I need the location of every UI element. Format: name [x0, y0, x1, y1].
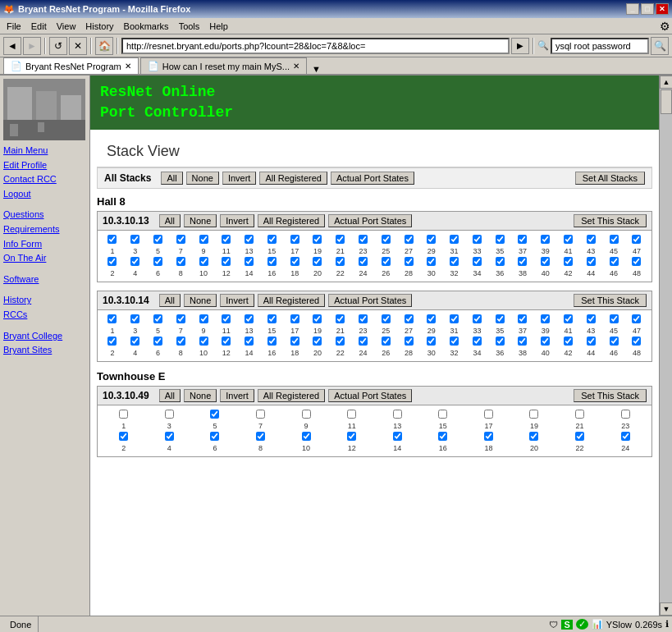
port-checkbox-38[interactable] — [518, 257, 527, 266]
port-checkbox-26[interactable] — [382, 257, 391, 266]
port-checkbox-44[interactable] — [587, 257, 596, 266]
port-checkbox-46[interactable] — [610, 257, 619, 266]
scroll-thumb[interactable] — [661, 89, 672, 114]
stack-49-invert-button[interactable]: Invert — [220, 389, 254, 402]
sidebar-link-on-the-air[interactable]: On The Air — [3, 251, 86, 266]
port-checkbox-14[interactable] — [393, 432, 402, 441]
stack-14-set-button[interactable]: Set This Stack — [574, 294, 647, 307]
check-icon[interactable]: ✓ — [576, 619, 588, 630]
sidebar-link-edit-profile[interactable]: Edit Profile — [3, 158, 86, 173]
port-checkbox-36[interactable] — [496, 257, 505, 266]
port-checkbox-15[interactable] — [267, 235, 277, 244]
close-button[interactable]: ✕ — [656, 3, 669, 15]
adblock-icon[interactable]: 🛡 — [549, 620, 558, 630]
home-button[interactable]: 🏠 — [95, 37, 113, 55]
port-checkbox-9[interactable] — [199, 314, 208, 323]
port-checkbox-20[interactable] — [313, 337, 322, 346]
port-checkbox-39[interactable] — [541, 235, 550, 244]
port-checkbox-25[interactable] — [382, 314, 391, 323]
port-checkbox-8[interactable] — [176, 257, 185, 266]
port-checkbox-48[interactable] — [632, 337, 641, 346]
stack-14-none-button[interactable]: None — [184, 294, 217, 307]
port-checkbox-22[interactable] — [336, 257, 345, 266]
stack-49-all-button[interactable]: All — [159, 389, 181, 402]
port-checkbox-29[interactable] — [427, 235, 436, 244]
all-stacks-actual-button[interactable]: Actual Port States — [331, 172, 414, 185]
stack-13-actual-button[interactable]: Actual Port States — [328, 214, 412, 227]
sidebar-link-questions[interactable]: Questions — [3, 208, 86, 222]
stack-14-all-button[interactable]: All — [159, 294, 181, 307]
port-checkbox-1[interactable] — [107, 314, 117, 323]
stack-13-set-button[interactable]: Set This Stack — [574, 214, 647, 227]
port-checkbox-13[interactable] — [245, 235, 254, 244]
all-stacks-all-button[interactable]: All — [161, 172, 182, 185]
port-checkbox-7[interactable] — [176, 235, 185, 244]
port-checkbox-27[interactable] — [405, 235, 414, 244]
port-checkbox-1[interactable] — [119, 410, 128, 419]
port-checkbox-17[interactable] — [290, 235, 299, 244]
stack-13-invert-button[interactable]: Invert — [220, 214, 254, 227]
stack-14-invert-button[interactable]: Invert — [220, 294, 254, 307]
port-checkbox-37[interactable] — [518, 235, 527, 244]
info-icon[interactable]: ℹ — [665, 619, 669, 630]
port-checkbox-19[interactable] — [313, 235, 322, 244]
port-checkbox-29[interactable] — [427, 314, 436, 323]
port-checkbox-24[interactable] — [621, 432, 630, 441]
port-checkbox-31[interactable] — [450, 235, 459, 244]
port-checkbox-33[interactable] — [473, 314, 482, 323]
stack-49-none-button[interactable]: None — [184, 389, 217, 402]
port-checkbox-12[interactable] — [347, 432, 356, 441]
minimize-button[interactable]: _ — [626, 3, 639, 15]
port-checkbox-3[interactable] — [130, 235, 139, 244]
port-checkbox-41[interactable] — [564, 314, 573, 323]
set-all-stacks-button[interactable]: Set All Stacks — [575, 172, 645, 185]
stack-14-all-registered-button[interactable]: All Registered — [258, 294, 325, 307]
port-checkbox-10[interactable] — [302, 432, 311, 441]
port-checkbox-42[interactable] — [564, 257, 573, 266]
port-checkbox-19[interactable] — [313, 314, 322, 323]
port-checkbox-2[interactable] — [107, 257, 117, 266]
port-checkbox-4[interactable] — [130, 337, 139, 346]
port-checkbox-41[interactable] — [564, 235, 573, 244]
port-checkbox-11[interactable] — [347, 410, 356, 419]
port-checkbox-9[interactable] — [302, 410, 311, 419]
tab-mysql[interactable]: 📄 How can I reset my main MyS... ✕ — [140, 57, 307, 74]
port-checkbox-17[interactable] — [484, 410, 493, 419]
port-checkbox-40[interactable] — [541, 257, 550, 266]
tab-resnet[interactable]: 📄 Bryant ResNet Program ✕ — [3, 57, 139, 74]
port-checkbox-23[interactable] — [359, 235, 368, 244]
all-stacks-invert-button[interactable]: Invert — [222, 172, 257, 185]
stack-13-all-button[interactable]: All — [159, 214, 181, 227]
sidebar-link-history[interactable]: History — [3, 293, 86, 308]
port-checkbox-6[interactable] — [153, 257, 162, 266]
port-checkbox-18[interactable] — [484, 432, 493, 441]
stack-14-actual-button[interactable]: Actual Port States — [328, 294, 412, 307]
port-checkbox-13[interactable] — [245, 314, 254, 323]
scroll-up-button[interactable]: ▲ — [660, 76, 672, 89]
port-checkbox-12[interactable] — [222, 257, 231, 266]
port-checkbox-21[interactable] — [336, 314, 345, 323]
port-checkbox-6[interactable] — [153, 337, 162, 346]
port-checkbox-23[interactable] — [621, 410, 630, 419]
port-checkbox-32[interactable] — [450, 337, 459, 346]
all-stacks-none-button[interactable]: None — [186, 172, 219, 185]
port-checkbox-20[interactable] — [529, 432, 538, 441]
port-checkbox-31[interactable] — [450, 314, 459, 323]
port-checkbox-24[interactable] — [359, 257, 368, 266]
port-checkbox-33[interactable] — [473, 235, 482, 244]
port-checkbox-28[interactable] — [405, 257, 414, 266]
stack-13-none-button[interactable]: None — [184, 214, 217, 227]
port-checkbox-26[interactable] — [382, 337, 391, 346]
port-checkbox-2[interactable] — [107, 337, 117, 346]
port-checkbox-46[interactable] — [610, 337, 619, 346]
sidebar-link-rccs[interactable]: RCCs — [3, 308, 86, 323]
search-input[interactable] — [551, 38, 649, 54]
menu-edit[interactable]: Edit — [26, 21, 52, 32]
port-checkbox-8[interactable] — [176, 337, 185, 346]
port-checkbox-6[interactable] — [210, 432, 219, 441]
sidebar-link-logout[interactable]: Logout — [3, 187, 86, 202]
menu-bookmarks[interactable]: Bookmarks — [119, 21, 174, 32]
port-checkbox-17[interactable] — [290, 314, 299, 323]
port-checkbox-42[interactable] — [564, 337, 573, 346]
port-checkbox-38[interactable] — [518, 337, 527, 346]
